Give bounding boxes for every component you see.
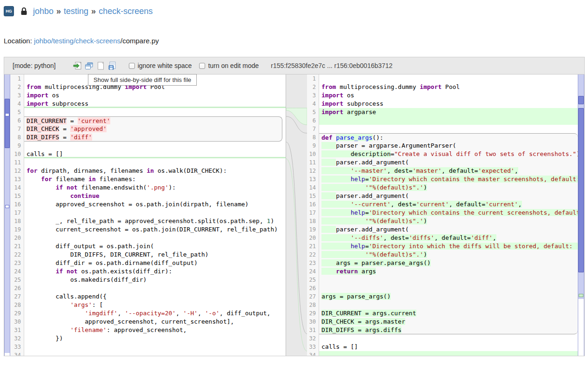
code-line: 18 '"%(default)s".'): [307, 217, 578, 225]
code-text: [24, 209, 286, 217]
code-line: 17: [10, 209, 286, 217]
left-code-pane[interactable]: 12from multiprocessing.dummy import Pool…: [10, 75, 286, 356]
line-number: 9: [307, 142, 319, 150]
code-line: 11 parser.add_argument(: [307, 158, 578, 167]
code-text: def parse_args():: [319, 133, 578, 142]
line-number: 22: [10, 251, 24, 259]
code-line: 12 '--master', dest='master', default='e…: [307, 167, 578, 175]
code-text: [319, 276, 578, 284]
code-text: import subprocess: [24, 100, 286, 108]
left-scrollbar-thumb[interactable]: [5, 99, 10, 148]
location-filename: /compare.py: [120, 37, 159, 45]
code-line: 4import subprocess: [307, 100, 578, 108]
code-text: [319, 284, 578, 292]
code-line: 28: [307, 301, 578, 309]
code-line: 33calls = []: [307, 343, 578, 351]
code-line: 23 args = parser.parse_args(): [307, 259, 578, 267]
code-line: 26: [10, 284, 286, 292]
code-text: DIR_CURRENT = args.current: [319, 309, 578, 318]
code-line: 15 continue: [10, 192, 286, 200]
code-text: from multiprocessing.dummy import Pool: [319, 83, 578, 91]
side-by-side-diff-icon[interactable]: [84, 61, 94, 71]
code-line: 7: [307, 125, 578, 133]
show-full-diff-icon[interactable]: [73, 61, 83, 71]
line-number: 26: [307, 284, 319, 292]
line-number: 20: [307, 234, 319, 242]
code-line: 4import subprocess: [10, 100, 286, 108]
breadcrumb-repo[interactable]: check-screens: [99, 7, 153, 16]
line-number: 33: [307, 343, 319, 351]
line-number: 16: [10, 200, 24, 209]
code-text: diff_dir = os.path.dirname(diff_output): [24, 259, 286, 267]
code-text: args = parse_args(): [319, 292, 578, 301]
breadcrumb-repo-user[interactable]: johbo: [33, 7, 53, 16]
edit-mode-label[interactable]: turn on edit mode: [208, 62, 259, 69]
left-scrollbar-corner: [5, 353, 10, 356]
hg-logo-icon[interactable]: HG: [4, 6, 14, 16]
line-number: 21: [307, 242, 319, 251]
right-scrollbar-chunk-marker[interactable]: [579, 294, 583, 297]
code-text: approved_screenshot, current_screenshot]…: [24, 318, 286, 326]
code-line: 34: [307, 351, 578, 356]
ignore-whitespace-checkbox[interactable]: [129, 63, 135, 69]
code-line: 34: [10, 351, 286, 356]
left-scrollbar-chunk-marker[interactable]: [5, 205, 9, 208]
line-number: 3: [307, 91, 319, 100]
mode-label: [mode: python]: [13, 62, 56, 69]
right-scrollbar-corner: [578, 299, 584, 356]
code-text: approved_screenshot = os.path.join(dirpa…: [24, 200, 286, 209]
code-text: help='Directory which contains the curre…: [319, 209, 578, 217]
ignore-whitespace-label[interactable]: ignore white space: [138, 62, 192, 69]
raw-diff-icon[interactable]: [96, 61, 106, 71]
line-number: 21: [10, 242, 24, 251]
line-number: 15: [307, 192, 319, 200]
code-text: 'imgdiff', '--opacity=20', '-H', '-o', d…: [24, 309, 286, 318]
line-number: 30: [307, 318, 319, 326]
location-path-link[interactable]: johbo/testing/check-screens: [34, 37, 120, 45]
code-line: 30DIR_CHECK = args.master: [307, 318, 578, 326]
code-text: DIR_DIFFS = 'diff': [24, 133, 282, 142]
right-scrollbar-thumb[interactable]: [578, 108, 584, 272]
code-text: DIR_CHECK = 'approved': [24, 125, 282, 133]
code-text: if not filename.endswith('.png'):: [24, 183, 286, 192]
line-number: 25: [307, 276, 319, 284]
code-text: '"%(default)s".'): [319, 183, 578, 192]
code-line: 10calls = []: [10, 150, 286, 158]
line-number: 15: [10, 192, 24, 200]
right-scrollbar-marker-thumb[interactable]: [578, 96, 584, 104]
code-text: [319, 125, 578, 133]
code-line: 27 calls.append({: [10, 292, 286, 301]
line-number: 8: [10, 133, 24, 142]
lock-icon: [20, 7, 27, 15]
code-line: 24 return args: [307, 267, 578, 276]
right-pane-scrollbar[interactable]: [578, 75, 584, 356]
line-number: 32: [307, 334, 319, 343]
code-text: import argparse: [319, 108, 578, 116]
edit-mode-checkbox[interactable]: [199, 63, 205, 69]
right-code-pane[interactable]: 12from multiprocessing.dummy import Pool…: [307, 75, 578, 356]
code-line: 8def parse_args():: [307, 133, 578, 142]
diff-panes: 12from multiprocessing.dummy import Pool…: [4, 75, 584, 356]
left-scrollbar-chunk-marker[interactable]: [5, 113, 9, 116]
code-line: 16 '--current', dest='current', default=…: [307, 200, 578, 209]
download-diff-icon[interactable]: [107, 61, 118, 71]
left-pane-scrollbar[interactable]: [4, 75, 10, 356]
code-text: [319, 301, 578, 309]
line-number: 19: [10, 225, 24, 234]
line-number: 7: [307, 125, 319, 133]
line-number: 30: [10, 318, 24, 326]
line-number: 1: [10, 75, 24, 83]
code-text: calls = []: [24, 150, 286, 158]
code-line: 25 os.makedirs(diff_dir): [10, 276, 286, 284]
code-text: DIR_DIFFS, DIR_CURRENT, rel_file_path): [24, 251, 286, 259]
line-number: 2: [307, 83, 319, 91]
code-line: 29 'imgdiff', '--opacity=20', '-H', '-o'…: [10, 309, 286, 318]
line-number: 24: [307, 267, 319, 276]
code-line: 3import os: [307, 91, 578, 100]
code-line: 21 diff_output = os.path.join(: [10, 242, 286, 251]
code-line: 22 DIR_DIFFS, DIR_CURRENT, rel_file_path…: [10, 251, 286, 259]
line-number: 27: [10, 292, 24, 301]
code-text: [319, 334, 578, 343]
breadcrumb-group[interactable]: testing: [64, 7, 88, 16]
code-line: 9 parser = argparse.ArgumentParser(: [307, 142, 578, 150]
